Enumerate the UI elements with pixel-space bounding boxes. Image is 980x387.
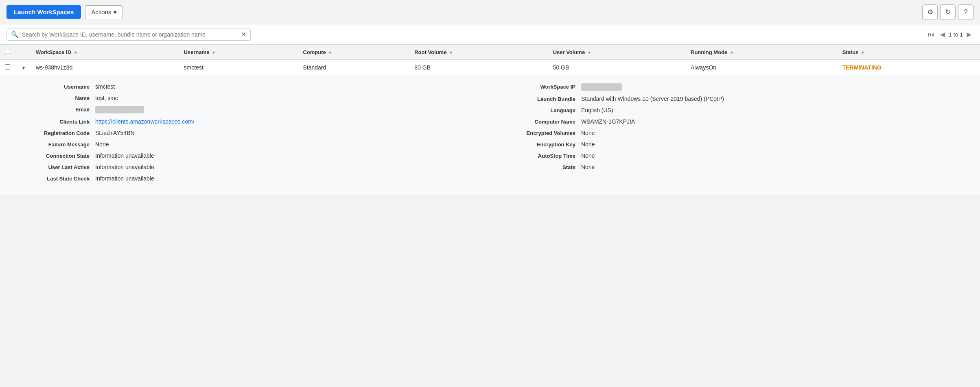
help-icon: ? [964, 8, 967, 16]
search-input[interactable] [22, 31, 238, 38]
detail-row-clients-link: Clients Link https://clients.amazonworks… [24, 118, 486, 125]
detail-row-encryption-key: Encryption Key None [502, 141, 964, 148]
detail-value-username: smctest [95, 83, 115, 90]
detail-value-clients-link: https://clients.amazonworkspaces.com/ [95, 118, 195, 125]
pagination-label: 1 to 1 [949, 31, 963, 38]
detail-row-state: State None [502, 164, 964, 170]
launch-workspaces-button[interactable]: Launch WorkSpaces [7, 5, 81, 19]
row-checkbox[interactable] [5, 64, 10, 70]
detail-label-workspace-ip: WorkSpace IP [502, 84, 575, 90]
detail-label-autostop-time: AutoStop Time [502, 153, 575, 159]
detail-label-encryption-key: Encryption Key [502, 141, 575, 148]
detail-row-username: Username smctest [24, 83, 486, 90]
pagination-first-button[interactable]: ⏮ [926, 30, 936, 39]
sort-arrow-user-volume: ▾ [588, 50, 591, 55]
detail-row-launch-bundle: Launch Bundle Standard with Windows 10 (… [502, 96, 964, 102]
settings-button[interactable]: ⚙ [922, 4, 938, 20]
th-status[interactable]: Status ▾ [838, 45, 980, 60]
detail-row-email: Email [24, 106, 486, 113]
row-user-volume: 50 GB [548, 60, 686, 75]
detail-label-name: Name [24, 95, 90, 101]
actions-label: Actions [91, 9, 111, 15]
sort-arrow-running-mode: ▾ [731, 50, 733, 55]
detail-row-autostop-time: AutoStop Time None [502, 152, 964, 159]
row-workspace-id: ws-938hv1z3d [31, 60, 179, 75]
detail-value-email [95, 106, 144, 113]
search-bar: 🔍 ✕ ⏮ ◀ 1 to 1 ▶ [0, 24, 980, 45]
refresh-button[interactable]: ↻ [940, 4, 956, 20]
th-username[interactable]: Username ▾ [179, 45, 298, 60]
detail-row-encrypted-volumes: Encrypted Volumes None [502, 130, 964, 136]
detail-label-computer-name: Computer Name [502, 119, 575, 125]
detail-label-failure-message: Failure Message [24, 141, 90, 148]
detail-row-workspace-ip: WorkSpace IP [502, 83, 964, 91]
chevron-down-icon: ▾ [114, 9, 117, 16]
detail-value-failure-message: None [95, 141, 109, 148]
sort-arrow-status: ▾ [862, 50, 864, 55]
detail-value-computer-name: WSAMZN-1G7KPJIA [581, 118, 635, 125]
table-header-row: WorkSpace ID ▾ Username ▾ Compute ▾ Root… [0, 45, 980, 60]
table-container: WorkSpace ID ▾ Username ▾ Compute ▾ Root… [0, 45, 980, 195]
search-clear-button[interactable]: ✕ [241, 30, 246, 38]
detail-label-connection-state: Connection State [24, 153, 90, 159]
clients-link[interactable]: https://clients.amazonworkspaces.com/ [95, 118, 195, 125]
detail-label-launch-bundle: Launch Bundle [502, 96, 575, 102]
row-expand-cell: ▼ [16, 60, 31, 75]
th-user-volume[interactable]: User Volume ▾ [548, 45, 686, 60]
th-running-mode[interactable]: Running Mode ▾ [686, 45, 838, 60]
detail-label-username: Username [24, 84, 90, 90]
expand-icon[interactable]: ▼ [21, 65, 26, 71]
pagination-next-button[interactable]: ▶ [965, 30, 973, 39]
table-row: ▼ ws-938hv1z3d smctest Standard 80 GB 50… [0, 60, 980, 75]
sort-arrow-compute: ▾ [329, 50, 331, 55]
workspaces-table: WorkSpace ID ▾ Username ▾ Compute ▾ Root… [0, 45, 980, 75]
detail-right-section: WorkSpace IP Launch Bundle Standard with… [502, 83, 964, 187]
detail-row-language: Language English (US) [502, 107, 964, 113]
search-icon: 🔍 [11, 31, 19, 38]
sort-arrow-root-volume: ▾ [450, 50, 452, 55]
th-workspace-id[interactable]: WorkSpace ID ▾ [31, 45, 179, 60]
detail-row-last-state-check: Last State Check Information unavailable [24, 175, 486, 182]
status-badge: TERMINATING [842, 64, 882, 71]
detail-value-encrypted-volumes: None [581, 130, 595, 136]
sort-arrow-username: ▾ [212, 50, 215, 55]
row-compute: Standard [298, 60, 409, 75]
detail-label-clients-link: Clients Link [24, 119, 90, 125]
detail-label-user-last-active: User Last Active [24, 164, 90, 170]
detail-value-encryption-key: None [581, 141, 595, 148]
detail-value-state: None [581, 164, 595, 170]
detail-label-last-state-check: Last State Check [24, 176, 90, 182]
detail-value-language: English (US) [581, 107, 613, 113]
detail-label-registration-code: Registration Code [24, 130, 90, 136]
detail-value-registration-code: SLiad+AY54BN [95, 130, 135, 136]
detail-grid: Username smctest Name test, smc Email Cl… [24, 83, 964, 187]
detail-value-user-last-active: Information unavailable [95, 164, 154, 170]
detail-value-name: test, smc [95, 95, 118, 101]
row-running-mode: AlwaysOn [686, 60, 838, 75]
detail-row-computer-name: Computer Name WSAMZN-1G7KPJIA [502, 118, 964, 125]
toolbar-left: Launch WorkSpaces Actions ▾ [7, 5, 123, 19]
toolbar-right: ⚙ ↻ ? [922, 4, 973, 20]
detail-row-failure-message: Failure Message None [24, 141, 486, 148]
detail-row-registration-code: Registration Code SLiad+AY54BN [24, 130, 486, 136]
toolbar: Launch WorkSpaces Actions ▾ ⚙ ↻ ? [0, 0, 980, 24]
th-root-volume[interactable]: Root Volume ▾ [409, 45, 548, 60]
row-username: smctest [179, 60, 298, 75]
th-select-all [0, 45, 16, 60]
detail-label-state: State [502, 164, 575, 170]
detail-label-email: Email [24, 107, 90, 113]
detail-value-workspace-ip [581, 83, 622, 91]
detail-value-autostop-time: None [581, 152, 595, 159]
actions-button[interactable]: Actions ▾ [85, 5, 123, 19]
detail-row-connection-state: Connection State Information unavailable [24, 152, 486, 159]
detail-value-last-state-check: Information unavailable [95, 175, 154, 182]
refresh-icon: ↻ [945, 8, 951, 16]
pagination-prev-button[interactable]: ◀ [938, 30, 947, 39]
row-status: TERMINATING [838, 60, 980, 75]
detail-row-name: Name test, smc [24, 95, 486, 101]
help-button[interactable]: ? [958, 4, 973, 20]
select-all-checkbox[interactable] [5, 49, 10, 54]
row-root-volume: 80 GB [409, 60, 548, 75]
detail-value-connection-state: Information unavailable [95, 152, 154, 159]
th-compute[interactable]: Compute ▾ [298, 45, 409, 60]
